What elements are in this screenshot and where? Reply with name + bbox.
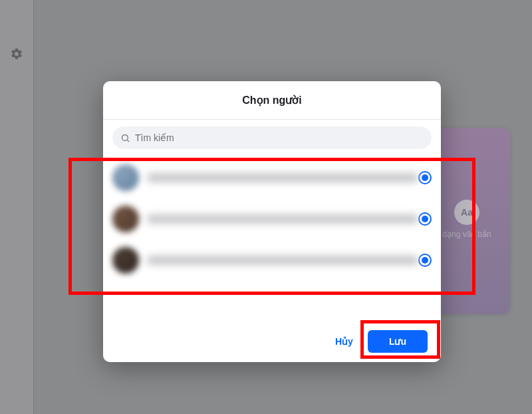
person-row[interactable]: [112, 198, 432, 240]
save-button[interactable]: Lưu: [368, 330, 428, 353]
person-name-blurred: [147, 256, 418, 265]
selection-radio[interactable]: [418, 171, 432, 184]
select-people-dialog: Chọn người Hủy Lưu: [103, 81, 441, 362]
search-field[interactable]: [112, 126, 432, 149]
search-input[interactable]: [135, 132, 424, 143]
dialog-search-row: [103, 120, 441, 153]
people-list: [103, 153, 441, 321]
selection-radio[interactable]: [418, 212, 432, 226]
person-name-blurred: [147, 214, 418, 224]
person-name-blurred: [147, 173, 418, 182]
svg-point-0: [122, 134, 128, 140]
selection-radio[interactable]: [418, 254, 432, 267]
search-icon: [120, 133, 130, 143]
dialog-title: Chọn người: [103, 81, 441, 120]
person-row[interactable]: [112, 157, 432, 198]
dialog-footer: Hủy Lưu: [103, 321, 441, 362]
avatar: [112, 247, 139, 274]
svg-line-1: [127, 140, 129, 142]
person-row[interactable]: [112, 240, 432, 281]
cancel-button[interactable]: Hủy: [331, 331, 357, 352]
avatar: [112, 206, 139, 232]
avatar: [112, 164, 139, 191]
